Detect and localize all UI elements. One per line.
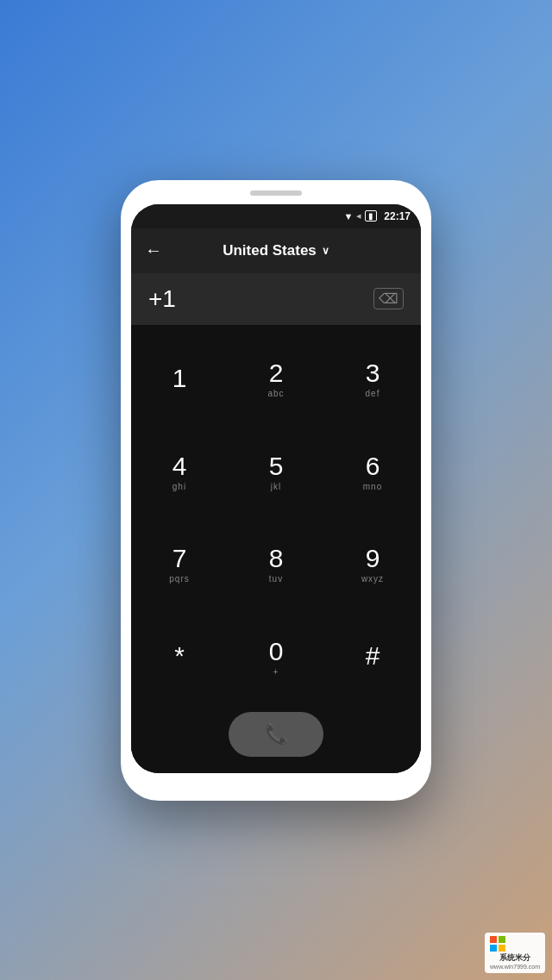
chevron-down-icon: ∨: [322, 245, 329, 257]
key-letters-2: abc: [267, 389, 284, 398]
svg-rect-0: [490, 936, 497, 943]
dial-key-9[interactable]: 9 wxyz: [324, 519, 421, 612]
key-number-2: 2: [269, 360, 284, 386]
key-number-6: 6: [366, 453, 380, 479]
key-number-9: 9: [366, 546, 380, 571]
key-number-star: *: [174, 643, 185, 669]
watermark-site: www.win7999.com: [490, 964, 540, 970]
svg-rect-2: [490, 945, 497, 952]
svg-rect-1: [499, 936, 505, 943]
back-button[interactable]: ←: [145, 240, 162, 260]
phone-call-icon: 📞: [265, 723, 288, 746]
wifi-icon: ▼: [343, 211, 353, 222]
dial-key-1[interactable]: 1: [131, 334, 228, 427]
dial-key-6[interactable]: 6 mno: [324, 426, 421, 519]
dialpad: 1 2 abc 3 def 4 ghi 5 jkl: [131, 325, 421, 773]
call-button[interactable]: 📞: [229, 712, 323, 757]
signal-icon: ◂: [356, 210, 361, 222]
battery-icon: ▮: [365, 210, 377, 222]
phone-speaker: [250, 190, 302, 196]
status-icons: ▼ ◂ ▮: [343, 210, 377, 222]
country-selector[interactable]: United States ∨: [223, 242, 329, 259]
key-letters-6: mno: [363, 482, 382, 491]
dial-key-7[interactable]: 7 pqrs: [131, 519, 228, 612]
watermark-logo: [490, 936, 540, 952]
phone-screen: ▼ ◂ ▮ 22:17 ← United States ∨ +1 ⌫: [131, 204, 421, 773]
key-letters-7: pqrs: [169, 574, 189, 584]
key-number-3: 3: [366, 360, 380, 386]
dial-key-star[interactable]: *: [131, 611, 228, 704]
windows-logo-icon: [490, 936, 505, 952]
key-number-8: 8: [269, 546, 284, 571]
key-number-0: 0: [269, 639, 284, 665]
status-bar: ▼ ◂ ▮ 22:17: [131, 204, 421, 228]
number-display: +1 ⌫: [131, 273, 421, 325]
key-letters-4: ghi: [172, 482, 186, 491]
phone-number: +1: [148, 285, 176, 313]
dial-key-4[interactable]: 4 ghi: [131, 426, 228, 519]
key-letters-5: jkl: [271, 482, 281, 491]
phone-device: ▼ ◂ ▮ 22:17 ← United States ∨ +1 ⌫: [121, 180, 431, 801]
dial-key-5[interactable]: 5 jkl: [228, 426, 324, 519]
call-area: 📞: [131, 704, 421, 773]
dial-key-2[interactable]: 2 abc: [228, 334, 324, 427]
watermark-brand: 系统米分: [490, 952, 540, 964]
key-number-hash: #: [366, 643, 380, 669]
dial-key-hash[interactable]: #: [324, 611, 421, 704]
dial-key-3[interactable]: 3 def: [324, 334, 421, 427]
watermark: 系统米分 www.win7999.com: [485, 933, 545, 973]
dial-key-0[interactable]: 0 +: [228, 611, 324, 704]
dial-key-8[interactable]: 8 tuv: [228, 519, 324, 612]
key-number-7: 7: [172, 546, 187, 571]
key-number-4: 4: [172, 453, 187, 479]
key-letters-0: +: [273, 667, 279, 677]
country-name: United States: [223, 242, 317, 259]
key-letters-9: wxyz: [361, 574, 384, 584]
top-bar: ← United States ∨: [131, 228, 421, 273]
key-number-5: 5: [269, 453, 284, 479]
key-number-1: 1: [172, 365, 187, 391]
backspace-button[interactable]: ⌫: [373, 288, 404, 309]
key-letters-3: def: [366, 389, 380, 398]
status-time: 22:17: [384, 210, 411, 222]
svg-rect-3: [499, 945, 505, 952]
dialpad-grid: 1 2 abc 3 def 4 ghi 5 jkl: [131, 334, 421, 704]
key-letters-8: tuv: [269, 574, 283, 584]
